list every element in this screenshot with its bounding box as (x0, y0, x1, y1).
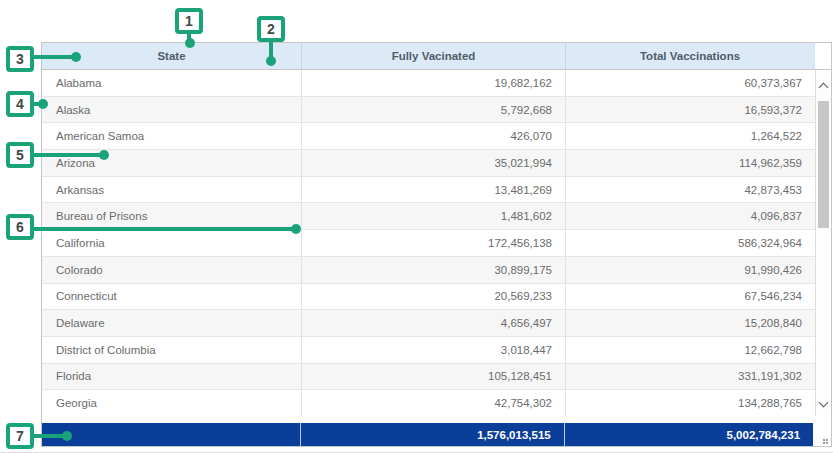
state-cell: Bureau of Prisons (42, 203, 302, 229)
callout-5: 5 (6, 142, 34, 168)
table-row[interactable]: Alaska 5,792,668 16,593,372 (42, 97, 815, 124)
total-fully-vaccinated-cell: 1,576,013,515 (301, 423, 564, 446)
callout-3-line (32, 55, 73, 59)
callout-2: 2 (257, 16, 285, 42)
total-vaccinations-cell: 67,546,234 (566, 284, 815, 310)
callout-6: 6 (6, 214, 34, 240)
callout-2-dot (266, 56, 276, 66)
state-cell: Colorado (42, 257, 302, 283)
table-total-row: 1,576,013,515 5,002,784,231 (42, 423, 831, 446)
callout-3: 3 (6, 46, 34, 72)
table-row[interactable]: California 172,456,138 586,324,964 (42, 230, 815, 257)
table-total-gap (42, 416, 831, 423)
header-scrollbar-spacer (815, 43, 831, 69)
state-cell: Florida (42, 364, 302, 390)
column-header-total-vaccinations[interactable]: Total Vaccinations (566, 43, 815, 69)
fully-vaccinated-cell: 105,128,451 (302, 364, 566, 390)
callout-5-line (32, 153, 102, 157)
table-row[interactable]: Alabama 19,682,162 60,373,367 (42, 70, 815, 97)
table-row[interactable]: Georgia 42,754,302 134,288,765 (42, 390, 815, 416)
total-vaccinations-cell: 15,208,840 (566, 310, 815, 336)
callout-1: 1 (175, 8, 203, 34)
callout-6-line (32, 227, 294, 231)
fully-vaccinated-cell: 3,018,447 (302, 337, 566, 363)
fully-vaccinated-cell: 19,682,162 (302, 70, 566, 96)
state-cell: Georgia (42, 390, 302, 416)
callout-5-dot (99, 150, 109, 160)
total-vaccinations-cell: 331,191,302 (566, 364, 815, 390)
fully-vaccinated-cell: 20,569,233 (302, 284, 566, 310)
vaccination-data-table: State Fully Vacinated Total Vaccinations… (41, 42, 832, 447)
callout-7: 7 (6, 423, 34, 449)
state-cell: Delaware (42, 310, 302, 336)
table-row[interactable]: American Samoa 426,070 1,264,522 (42, 123, 815, 150)
resize-corner (813, 423, 831, 446)
callout-6-dot (291, 224, 301, 234)
table-header-row: State Fully Vacinated Total Vaccinations (42, 43, 831, 70)
table-row[interactable]: Colorado 30,899,175 91,990,426 (42, 257, 815, 284)
scroll-down-icon[interactable] (819, 398, 829, 408)
state-cell: Connecticut (42, 284, 302, 310)
state-cell: California (42, 230, 302, 256)
table-row[interactable]: Connecticut 20,569,233 67,546,234 (42, 284, 815, 311)
total-vaccinations-cell: 114,962,359 (566, 150, 815, 176)
state-cell: District of Columbia (42, 337, 302, 363)
state-cell: Arkansas (42, 177, 302, 203)
fully-vaccinated-cell: 5,792,668 (302, 97, 566, 123)
fully-vaccinated-cell: 1,481,602 (302, 203, 566, 229)
total-vaccinations-cell: 91,990,426 (566, 257, 815, 283)
callout-1-dot (185, 38, 195, 48)
state-cell: Alabama (42, 70, 302, 96)
scrollbar-thumb[interactable] (818, 101, 829, 228)
table-row[interactable]: Florida 105,128,451 331,191,302 (42, 364, 815, 391)
table-row[interactable]: Arizona 35,021,994 114,962,359 (42, 150, 815, 177)
fully-vaccinated-cell: 4,656,497 (302, 310, 566, 336)
table-row[interactable]: District of Columbia 3,018,447 12,662,79… (42, 337, 815, 364)
vertical-scrollbar[interactable] (815, 70, 831, 416)
total-vaccinations-total-cell: 5,002,784,231 (565, 423, 813, 446)
callout-3-dot (71, 52, 81, 62)
callout-7-line (32, 434, 66, 438)
column-header-state[interactable]: State (42, 43, 302, 69)
total-vaccinations-cell: 1,264,522 (566, 123, 815, 149)
fully-vaccinated-cell: 42,754,302 (302, 390, 566, 416)
table-row[interactable]: Arkansas 13,481,269 42,873,453 (42, 177, 815, 204)
total-vaccinations-cell: 586,324,964 (566, 230, 815, 256)
callout-4: 4 (6, 91, 34, 117)
total-row-state-cell (42, 423, 301, 446)
screenshot-canvas: State Fully Vacinated Total Vaccinations… (0, 0, 833, 453)
table-body: Alabama 19,682,162 60,373,367 Alaska 5,7… (42, 70, 831, 416)
table-rows: Alabama 19,682,162 60,373,367 Alaska 5,7… (42, 70, 815, 416)
total-vaccinations-cell: 16,593,372 (566, 97, 815, 123)
state-cell: Alaska (42, 97, 302, 123)
callout-4-dot (38, 99, 48, 109)
column-header-fully-vaccinated[interactable]: Fully Vacinated (302, 43, 566, 69)
state-cell: American Samoa (42, 123, 302, 149)
total-vaccinations-cell: 4,096,837 (566, 203, 815, 229)
total-vaccinations-cell: 42,873,453 (566, 177, 815, 203)
fully-vaccinated-cell: 172,456,138 (302, 230, 566, 256)
fully-vaccinated-cell: 13,481,269 (302, 177, 566, 203)
table-row[interactable]: Delaware 4,656,497 15,208,840 (42, 310, 815, 337)
scroll-up-icon[interactable] (819, 83, 829, 93)
fully-vaccinated-cell: 426,070 (302, 123, 566, 149)
total-vaccinations-cell: 12,662,798 (566, 337, 815, 363)
fully-vaccinated-cell: 35,021,994 (302, 150, 566, 176)
resize-grip-icon (820, 436, 828, 444)
fully-vaccinated-cell: 30,899,175 (302, 257, 566, 283)
total-vaccinations-cell: 60,373,367 (566, 70, 815, 96)
callout-7-dot (62, 431, 72, 441)
total-vaccinations-cell: 134,288,765 (566, 390, 815, 416)
